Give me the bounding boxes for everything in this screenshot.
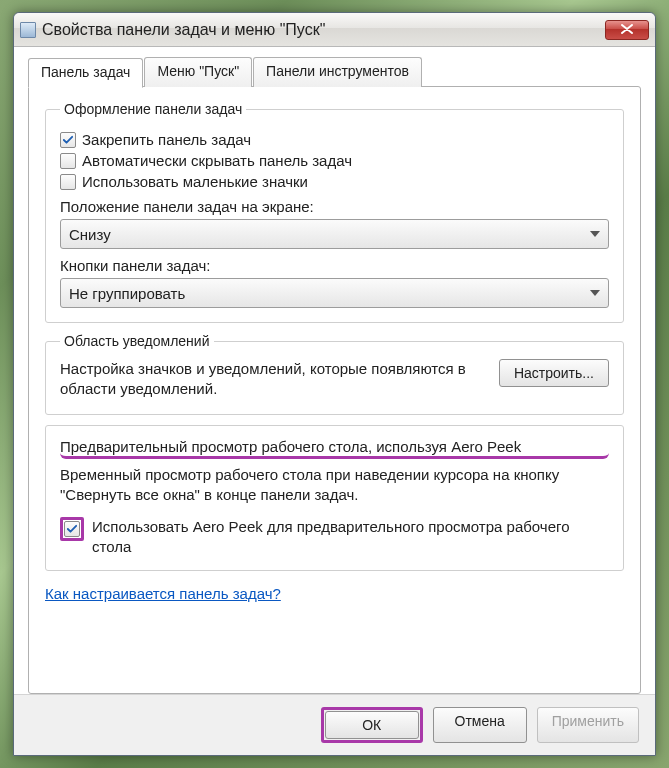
checkbox-lock-taskbar[interactable] [60,132,76,148]
customize-button[interactable]: Настроить... [499,359,609,387]
select-position-value: Снизу [69,226,111,243]
cancel-button[interactable]: Отмена [433,707,527,743]
titlebar[interactable]: Свойства панели задач и меню "Пуск" [14,13,655,47]
group-aero-peek: Предварительный просмотр рабочего стола,… [45,425,624,571]
tab-panel-taskbar: Оформление панели задач Закрепить панель… [28,86,641,694]
chevron-down-icon [590,290,600,296]
dialog-content: Панель задач Меню "Пуск" Панели инструме… [14,47,655,694]
tab-toolbars[interactable]: Панели инструментов [253,57,422,87]
label-small-icons: Использовать маленькие значки [82,173,308,190]
aero-peek-description: Временный просмотр рабочего стола при на… [60,465,609,506]
app-icon [20,22,36,38]
dialog-footer: ОК Отмена Применить [14,694,655,755]
help-link[interactable]: Как настраивается панель задач? [45,585,281,602]
select-buttons[interactable]: Не группировать [60,278,609,308]
highlight-marker: ОК [321,707,423,743]
select-position[interactable]: Снизу [60,219,609,249]
notification-text: Настройка значков и уведомлений, которые… [60,359,487,400]
label-aero-peek: Использовать Aero Peek для предварительн… [92,517,609,558]
chevron-down-icon [590,231,600,237]
group-appearance: Оформление панели задач Закрепить панель… [45,101,624,323]
close-button[interactable] [605,20,649,40]
tab-startmenu[interactable]: Меню "Пуск" [144,57,252,87]
apply-button[interactable]: Применить [537,707,639,743]
aero-peek-title: Предварительный просмотр рабочего стола,… [60,438,609,459]
group-appearance-legend: Оформление панели задач [60,101,246,117]
select-buttons-value: Не группировать [69,285,185,302]
checkbox-small-icons[interactable] [60,174,76,190]
label-position: Положение панели задач на экране: [60,198,609,215]
ok-button[interactable]: ОК [325,711,419,739]
checkbox-autohide[interactable] [60,153,76,169]
label-buttons: Кнопки панели задач: [60,257,609,274]
tab-taskbar[interactable]: Панель задач [28,58,143,88]
checkbox-aero-peek[interactable] [64,521,80,537]
group-notification: Область уведомлений Настройка значков и … [45,333,624,415]
close-icon [621,22,633,37]
highlight-marker [60,517,84,541]
group-notification-legend: Область уведомлений [60,333,214,349]
tab-strip: Панель задач Меню "Пуск" Панели инструме… [28,57,641,87]
label-lock-taskbar: Закрепить панель задач [82,131,251,148]
window-title: Свойства панели задач и меню "Пуск" [42,21,605,39]
label-autohide: Автоматически скрывать панель задач [82,152,352,169]
dialog-window: Свойства панели задач и меню "Пуск" Пане… [13,12,656,756]
